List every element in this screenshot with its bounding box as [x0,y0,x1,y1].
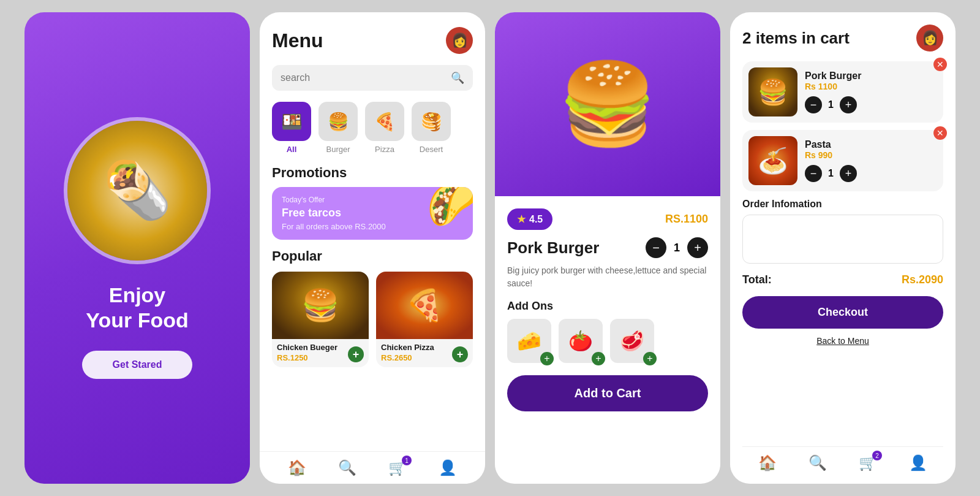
cart-nav-badge: 2 [872,451,882,460]
rating-value: 4.5 [529,214,543,225]
order-info-input[interactable] [742,215,943,264]
total-label: Total: [742,273,772,286]
product-body: ★ 4.5 RS.1100 Pork Burger − 1 + Big juic… [495,196,720,484]
addon-cheese-add-icon: + [540,352,554,365]
cart-item-1-remove-button[interactable]: ✕ [933,126,947,140]
cart-item-0-qty: 1 [828,99,834,110]
qty-value: 1 [674,242,680,254]
welcome-text-block: Enjoy Your Food [86,283,188,333]
addon-tomato-emoji: 🍅 [568,329,593,353]
star-icon: ★ [517,213,526,225]
product-price: RS.1100 [665,213,708,226]
addon-patty-emoji: 🥩 [620,329,644,353]
promo-card[interactable]: Today's Offer Free tarcos For all orders… [272,187,473,240]
menu-title: Menu [272,29,323,52]
category-burger[interactable]: 🍔 Burger [318,102,358,154]
total-row: Total: Rs.2090 [742,273,943,286]
category-desert-thumb: 🥞 [412,102,451,141]
search-icon: 🔍 [451,71,464,85]
cart-item-0-remove-button[interactable]: ✕ [933,58,947,71]
cart-item-1-image: 🍝 [748,136,797,185]
popular-item-0-image: 🍔 [272,272,369,339]
popular-grid: 🍔 Chicken Bueger RS.1250 + 🍕 Chicken Piz… [260,267,485,372]
cart-nav-profile-icon[interactable]: 👤 [909,454,927,471]
get-started-button[interactable]: Get Stared [82,351,193,379]
addon-patty-add-icon: + [643,352,657,365]
nav-cart-icon[interactable]: 🛒 1 [388,459,407,476]
search-bar[interactable]: 🔍 [272,65,473,91]
menu-header: Menu 👩 [260,12,485,60]
cart-item-0: 🍔 Pork Burger Rs 1100 − 1 + ✕ [742,61,943,123]
search-input[interactable] [281,72,446,83]
cart-item-0-price: Rs 1100 [805,82,937,91]
addon-tomato[interactable]: 🍅 + [559,319,603,363]
popular-title: Popular [260,243,485,267]
category-pizza-thumb: 🍕 [365,102,404,141]
addon-tomato-add-icon: + [592,352,605,365]
addon-cheese[interactable]: 🧀 + [507,319,551,363]
promotions-title: Promotions [260,160,485,183]
product-rating-row: ★ 4.5 RS.1100 [507,208,708,230]
popular-item-0-add-button[interactable]: + [348,346,364,362]
rating-badge: ★ 4.5 [507,208,552,230]
product-hero-image: 🍔 [495,12,720,196]
add-to-cart-button[interactable]: Add to Cart [507,375,708,411]
cart-item-1-qty: 1 [828,168,834,179]
qty-decrease-button[interactable]: − [646,237,666,258]
category-desert[interactable]: 🥞 Desert [412,102,451,154]
addons-row: 🧀 + 🍅 + 🥩 + [507,319,708,363]
popular-item-0[interactable]: 🍔 Chicken Bueger RS.1250 + [272,272,369,367]
order-info-title: Order Infomation [742,199,943,210]
app-container: 🌯 Enjoy Your Food Get Stared Menu 👩 🔍 🍱 … [0,0,980,496]
checkout-button[interactable]: Checkout [742,296,943,329]
menu-screen: Menu 👩 🔍 🍱 All 🍔 Burger 🍕 Pizza 🥞 Desert [260,12,485,484]
cart-nav-cart-icon[interactable]: 🛒 2 [859,454,877,471]
total-amount: Rs.2090 [902,273,943,286]
category-burger-thumb: 🍔 [318,102,358,141]
addon-patty[interactable]: 🥩 + [610,319,654,363]
category-all[interactable]: 🍱 All [272,102,311,154]
category-desert-label: Desert [420,145,443,154]
addons-title: Add Ons [507,300,708,313]
cart-nav-home-icon[interactable]: 🏠 [758,454,777,471]
nav-profile-icon[interactable]: 👤 [439,459,457,476]
nav-search-icon[interactable]: 🔍 [338,459,356,476]
nav-home-icon[interactable]: 🏠 [288,459,306,476]
category-all-label: All [287,145,297,154]
cart-badge: 1 [402,456,412,465]
product-qty-row: Pork Burger − 1 + [507,237,708,258]
category-all-thumb: 🍱 [272,102,311,141]
qty-increase-button[interactable]: + [687,237,708,258]
cart-item-1-info: Pasta Rs 990 − 1 + [805,139,937,182]
cart-header: 2 items in cart 👩 [742,25,943,52]
cart-item-0-name: Pork Burger [805,71,937,82]
cart-item-1-name: Pasta [805,139,937,150]
popular-item-1-add-button[interactable]: + [452,346,468,362]
cart-user-avatar[interactable]: 👩 [916,25,943,52]
hero-food-image: 🌯 [64,117,211,264]
category-burger-label: Burger [326,145,350,154]
welcome-screen: 🌯 Enjoy Your Food Get Stared [24,12,250,484]
category-pizza[interactable]: 🍕 Pizza [365,102,404,154]
cart-screen: 2 items in cart 👩 🍔 Pork Burger Rs 1100 … [730,12,956,484]
popular-item-1[interactable]: 🍕 Chicken Pizza RS.2650 + [376,272,473,367]
cart-item-0-decrease-button[interactable]: − [805,96,822,113]
cart-item-1-decrease-button[interactable]: − [805,165,822,182]
category-row: 🍱 All 🍔 Burger 🍕 Pizza 🥞 Desert [260,96,485,160]
cart-item-1-price: Rs 990 [805,150,937,160]
cart-item-0-qty-row: − 1 + [805,96,937,113]
cart-nav-search-icon[interactable]: 🔍 [809,454,827,471]
user-avatar[interactable]: 👩 [446,27,473,54]
back-to-menu-link[interactable]: Back to Menu [742,336,943,346]
cart-item-1-increase-button[interactable]: + [840,165,857,182]
cart-item-0-info: Pork Burger Rs 1100 − 1 + [805,71,937,113]
cart-item-0-image: 🍔 [748,67,797,116]
product-name: Pork Burger [507,238,638,258]
cart-item-1: 🍝 Pasta Rs 990 − 1 + ✕ [742,130,943,191]
cart-bottom-nav: 🏠 🔍 🛒 2 👤 [742,446,943,471]
welcome-title: Enjoy Your Food [86,283,188,333]
cart-item-0-increase-button[interactable]: + [840,96,857,113]
popular-item-1-image: 🍕 [376,272,473,339]
product-description: Big juicy pork burger with cheese,lettuc… [507,264,708,290]
cart-title: 2 items in cart [742,29,850,48]
